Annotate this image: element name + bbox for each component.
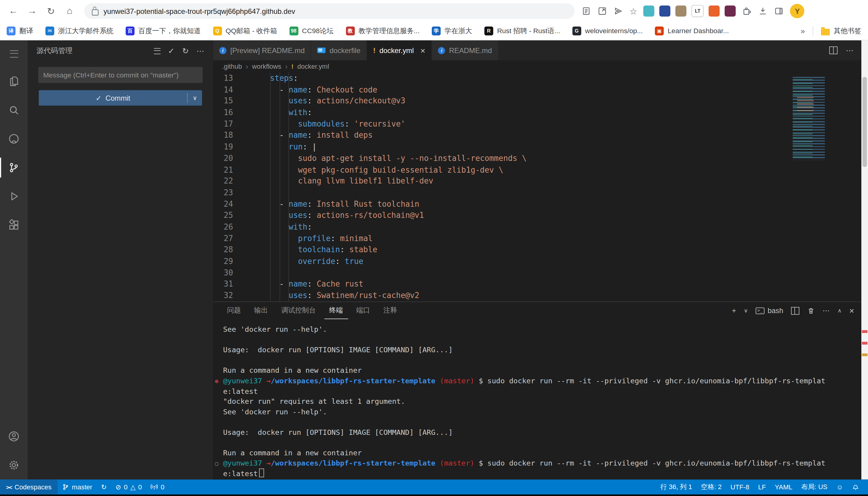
- code-text: wget pkg-config build-essential zlib1g-d…: [251, 164, 503, 175]
- branch-indicator[interactable]: master: [58, 479, 97, 495]
- bookmark-item[interactable]: 译翻译: [6, 26, 33, 35]
- share-icon[interactable]: [613, 6, 624, 16]
- bookmarks-overflow-chevron[interactable]: »: [800, 27, 805, 35]
- commit-check-icon[interactable]: ✓: [168, 46, 175, 55]
- panel-more-icon[interactable]: ⋯: [822, 307, 830, 315]
- breadcrumb-item[interactable]: .github: [222, 62, 242, 70]
- sidebar-item-search[interactable]: [0, 96, 28, 124]
- favorite-star-icon[interactable]: ☆: [629, 6, 637, 16]
- close-icon[interactable]: ×: [420, 46, 425, 55]
- bookmark-item[interactable]: RRust 招聘 - Rust语...: [484, 26, 560, 35]
- browser-extension-icon[interactable]: [709, 5, 720, 17]
- terminal-profile-dropdown[interactable]: ∨: [744, 308, 748, 314]
- downloads-icon[interactable]: [758, 6, 768, 16]
- sync-button[interactable]: ↻: [97, 479, 111, 495]
- code-line: 15 uses: actions/checkout@v3: [213, 95, 862, 107]
- kill-terminal-icon[interactable]: [807, 307, 815, 314]
- refresh-icon[interactable]: ↻: [182, 46, 189, 55]
- bookmark-item[interactable]: 学学在浙大: [432, 26, 472, 35]
- panel-tab[interactable]: 调试控制台: [276, 302, 321, 319]
- open-in-app-icon[interactable]: [597, 6, 607, 16]
- panel-tab[interactable]: 问题: [222, 302, 246, 319]
- browser-extension-icon[interactable]: [676, 5, 687, 17]
- keyboard-layout-indicator[interactable]: 布局: US: [797, 479, 832, 495]
- terminal-shell-picker[interactable]: >_ bash: [756, 307, 783, 315]
- feedback-button[interactable]: ☺: [832, 479, 848, 495]
- close-panel-icon[interactable]: ×: [849, 306, 854, 315]
- editor-tab[interactable]: dockerfile: [311, 41, 367, 60]
- split-terminal-icon[interactable]: [791, 307, 799, 314]
- more-actions-icon[interactable]: ⋯: [197, 46, 205, 55]
- commit-dropdown[interactable]: ∨: [188, 94, 202, 102]
- sidebar-item-source-control[interactable]: [0, 153, 28, 182]
- profile-avatar[interactable]: Y: [790, 4, 805, 18]
- line-number: 17: [213, 118, 233, 129]
- menu-button[interactable]: [0, 41, 28, 67]
- editor-tab[interactable]: iREADME.md: [432, 41, 498, 60]
- sidebar-item-run-debug[interactable]: [0, 182, 28, 211]
- bookmark-item[interactable]: 教教学管理信息服务...: [346, 26, 420, 35]
- docker-icon: [317, 48, 326, 53]
- home-button[interactable]: ⌂: [61, 2, 79, 20]
- notifications-button[interactable]: [848, 479, 864, 495]
- bookmark-item[interactable]: ✉浙江大学邮件系统: [46, 26, 114, 35]
- url-text[interactable]: yunwei37-potential-space-trout-rpr5qwj66…: [103, 7, 295, 15]
- scrollbar-thumb[interactable]: [863, 77, 867, 167]
- maximize-panel-icon[interactable]: ∧: [838, 308, 841, 314]
- code-editor[interactable]: 13 steps:14 - name: Checkout code15 uses…: [213, 72, 862, 301]
- github-icon: [8, 133, 20, 145]
- more-actions-icon[interactable]: ⋯: [846, 46, 854, 55]
- indentation-indicator[interactable]: 空格: 2: [697, 479, 726, 495]
- terminal[interactable]: See 'docker run --help'.Usage: docker ru…: [213, 319, 862, 479]
- scrollbar[interactable]: [862, 41, 868, 479]
- puzzle-extensions-icon[interactable]: [742, 6, 752, 16]
- ports-indicator[interactable]: 0: [146, 479, 169, 495]
- breadcrumb-item[interactable]: docker.yml: [297, 62, 329, 70]
- encoding-indicator[interactable]: UTF-8: [726, 479, 754, 495]
- view-as-list-icon[interactable]: [153, 48, 160, 54]
- split-editor-icon[interactable]: [829, 46, 838, 54]
- browser-extension-icon[interactable]: LT: [691, 5, 704, 17]
- breadcrumb-item[interactable]: workflows: [252, 62, 281, 70]
- panel-tab[interactable]: 终端: [324, 302, 348, 319]
- indent-guide: [288, 72, 289, 301]
- bookmark-item[interactable]: ▣Learner Dashboar...: [655, 26, 729, 35]
- panel-tab[interactable]: 注释: [378, 302, 402, 319]
- browser-extension-icon[interactable]: [725, 5, 736, 17]
- editor-tab[interactable]: !docker.yml×: [367, 41, 432, 60]
- bookmark-item[interactable]: Gweloveinterns/op...: [572, 26, 643, 35]
- sidebar-item-extensions[interactable]: [0, 211, 28, 239]
- sidebar-item-github[interactable]: [0, 124, 28, 153]
- cursor-position[interactable]: 行 36, 列 1: [656, 479, 697, 495]
- address-bar[interactable]: yunwei37-potential-space-trout-rpr5qwj66…: [84, 3, 574, 19]
- other-bookmarks-button[interactable]: 其他书签: [821, 26, 862, 35]
- explorer-icon: [8, 75, 20, 88]
- problems-indicator[interactable]: ⊘ 0 △ 0: [111, 479, 146, 495]
- commit-message-input[interactable]: [38, 67, 203, 83]
- browser-extension-icon[interactable]: [643, 5, 655, 17]
- bookmark-item[interactable]: QQQ邮箱 - 收件箱: [213, 26, 277, 35]
- sidebar-toggle-icon[interactable]: [774, 6, 784, 16]
- language-mode-indicator[interactable]: YAML: [770, 479, 797, 495]
- line-number: 32: [213, 290, 233, 301]
- minimap[interactable]: [793, 77, 836, 161]
- bookmark-item[interactable]: 百百度一下，你就知道: [126, 26, 201, 35]
- codespaces-remote-indicator[interactable]: >< Codespaces: [0, 479, 58, 495]
- editor-tab[interactable]: i[Preview] README.md: [213, 41, 312, 60]
- new-terminal-button[interactable]: +: [732, 307, 736, 315]
- panel-tab[interactable]: 输出: [249, 302, 273, 319]
- panel-tab[interactable]: 端口: [351, 302, 375, 319]
- accounts-button[interactable]: [0, 422, 28, 450]
- sidebar-header-actions: ✓ ↻ ⋯: [153, 46, 204, 55]
- bookmarks-list: 译翻译✉浙江大学邮件系统百百度一下，你就知道QQQ邮箱 - 收件箱98CC98论…: [6, 26, 795, 35]
- settings-button[interactable]: [0, 451, 28, 479]
- forward-button[interactable]: →: [23, 2, 41, 20]
- collections-icon[interactable]: [581, 6, 591, 16]
- sidebar-item-explorer[interactable]: [0, 67, 28, 95]
- commit-button[interactable]: ✓ Commit ∨: [39, 90, 202, 106]
- reload-button[interactable]: ↻: [42, 2, 60, 20]
- bookmark-item[interactable]: 98CC98论坛: [289, 26, 333, 35]
- back-button[interactable]: ←: [4, 2, 22, 20]
- browser-extension-icon[interactable]: [660, 5, 671, 17]
- eol-indicator[interactable]: LF: [754, 479, 770, 495]
